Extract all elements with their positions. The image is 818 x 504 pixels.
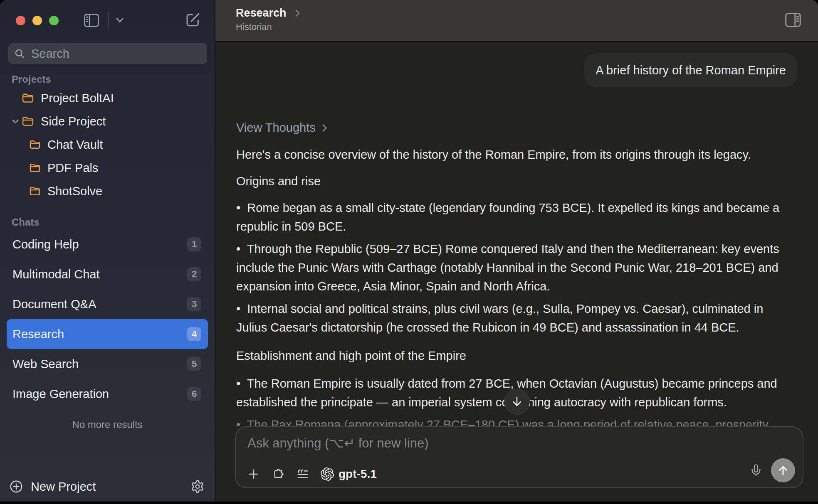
chat-header: Research Historian — [215, 0, 818, 42]
assistant-paragraph: Here's a concise overview of the history… — [236, 145, 797, 164]
plugins-button[interactable] — [272, 467, 285, 481]
send-button[interactable] — [771, 458, 795, 482]
new-project-button[interactable]: New Project — [9, 479, 96, 494]
sidebar-scroll-area[interactable]: Projects Project BoltAI — [0, 64, 215, 476]
main-panel: Research Historian A brief history of th… — [215, 0, 818, 502]
quote-list-icon — [297, 468, 309, 480]
new-project-label: New Project — [31, 480, 96, 494]
chevron-down-icon[interactable] — [10, 116, 22, 127]
project-label: ShotSolve — [47, 184, 102, 198]
mic-icon — [749, 464, 763, 477]
plus-icon — [247, 468, 260, 480]
chat-item-web-search[interactable]: Web Search 5 — [7, 349, 208, 379]
folder-icon — [22, 116, 34, 127]
view-thoughts-button[interactable]: View Thoughts — [236, 118, 797, 137]
plus-circle-icon — [9, 479, 23, 494]
mic-button[interactable] — [749, 464, 763, 477]
folder-icon — [22, 93, 34, 103]
chat-item-image-generation[interactable]: Image Generation 6 — [7, 379, 208, 409]
sidebar: Projects Project BoltAI — [0, 0, 215, 502]
assistant-heading: Establishment and high point of the Empi… — [236, 347, 797, 365]
chats-section-label: Chats — [12, 216, 215, 226]
minimize-window-button[interactable] — [32, 16, 42, 25]
chat-item-document-qa[interactable]: Document Q&A 3 — [7, 289, 208, 319]
chat-count-badge: 1 — [187, 237, 201, 251]
view-thoughts-label: View Thoughts — [236, 118, 316, 137]
project-label: Project BoltAI — [41, 91, 114, 105]
chat-item-multimodal-chat[interactable]: Multimodal Chat 2 — [7, 259, 208, 289]
project-label: PDF Pals — [47, 161, 98, 175]
zoom-window-button[interactable] — [49, 16, 59, 25]
folder-icon — [29, 163, 41, 173]
chat-count-badge: 3 — [187, 297, 201, 311]
assistant-bullet: • Internal social and political strains,… — [236, 300, 797, 337]
model-selector[interactable]: gpt-5.1 — [321, 467, 377, 481]
chat-count-badge: 6 — [187, 387, 201, 401]
project-label: Side Project — [41, 115, 106, 128]
sidebar-toggle-icon[interactable] — [82, 12, 101, 30]
assistant-bullet: • Through the Republic (509–27 BCE) Rome… — [236, 240, 797, 296]
chat-label: Image Generation — [12, 387, 109, 401]
chat-label: Web Search — [12, 357, 79, 371]
puzzle-icon — [272, 467, 285, 481]
model-label: gpt-5.1 — [339, 467, 377, 481]
folder-icon — [29, 140, 41, 150]
search-input[interactable] — [30, 47, 201, 61]
scroll-to-bottom-button[interactable] — [504, 389, 530, 415]
chat-label: Document Q&A — [12, 297, 96, 311]
chat-count-badge: 4 — [187, 327, 201, 341]
folder-icon — [29, 186, 41, 196]
arrow-down-icon — [511, 396, 523, 408]
chat-label: Research — [12, 327, 64, 341]
project-item-shotsolve[interactable]: ShotSolve — [0, 179, 215, 203]
assistant-bullet: • Rome began as a small city-state (lege… — [236, 199, 797, 236]
chat-item-coding-help[interactable]: Coding Help 1 — [7, 229, 208, 259]
gear-icon — [190, 479, 205, 494]
project-item-side-project[interactable]: Side Project — [0, 110, 215, 133]
projects-section-label: Projects — [12, 74, 215, 84]
project-label: Chat Vault — [47, 138, 103, 152]
arrow-up-icon — [777, 464, 789, 477]
toolbar-divider — [108, 12, 109, 28]
composer-toolbar: gpt-5.1 — [247, 467, 377, 481]
sidebar-toolbar — [0, 0, 215, 40]
user-message-bubble: A brief history of the Roman Empire — [584, 53, 797, 87]
chat-label: Coding Help — [12, 238, 79, 251]
message-composer[interactable]: gpt-5.1 — [235, 426, 803, 488]
window-bottom-edge — [0, 502, 818, 504]
assistant-name: Historian — [236, 22, 818, 32]
sidebar-footer: New Project — [0, 476, 215, 502]
settings-button[interactable] — [190, 479, 205, 494]
chat-item-research[interactable]: Research 4 — [7, 319, 208, 349]
chat-count-badge: 2 — [187, 267, 201, 281]
chevron-right-icon — [292, 8, 302, 18]
compose-icon[interactable] — [184, 11, 202, 30]
search-box[interactable] — [8, 43, 207, 64]
assistant-heading: Origins and rise — [236, 172, 797, 191]
openai-logo — [321, 467, 334, 481]
close-window-button[interactable] — [16, 16, 25, 25]
app-window: Projects Project BoltAI — [0, 0, 818, 502]
chat-label: Multimodal Chat — [12, 268, 100, 281]
composer-actions — [749, 458, 795, 482]
chevron-down-icon[interactable] — [114, 16, 126, 27]
no-more-results-text: No more results — [0, 419, 215, 431]
prompt-library-button[interactable] — [297, 468, 309, 480]
chat-count-badge: 5 — [187, 357, 201, 371]
search-icon — [14, 48, 25, 59]
project-item-chat-vault[interactable]: Chat Vault — [0, 133, 215, 156]
chat-title[interactable]: Research — [236, 7, 287, 20]
chevron-right-icon — [319, 123, 330, 133]
project-item-boltai[interactable]: Project BoltAI — [0, 86, 215, 110]
project-item-pdf-pals[interactable]: PDF Pals — [0, 156, 215, 179]
message-input[interactable] — [247, 435, 711, 460]
panel-right-icon[interactable] — [783, 12, 803, 30]
attach-plus-button[interactable] — [247, 468, 260, 480]
